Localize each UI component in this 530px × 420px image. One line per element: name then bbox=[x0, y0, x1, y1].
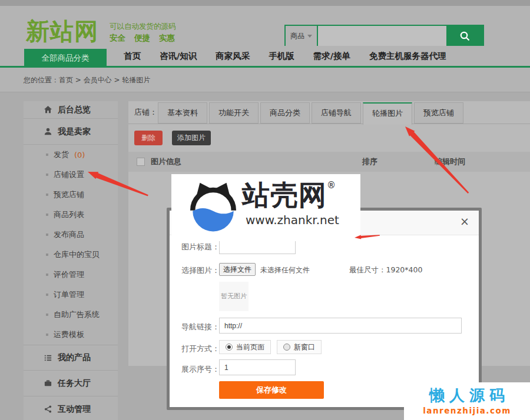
radio-option[interactable]: 当前页面 bbox=[219, 340, 271, 354]
sidebar-section-label: 任务大厅 bbox=[58, 378, 91, 389]
main-nav-items: 首页咨讯/知识商家风采手机版需求/接单免费主机服务器代理 bbox=[124, 46, 446, 66]
sidebar-item-label: 发货 bbox=[54, 149, 69, 160]
shop-tab[interactable]: 轮播图片 bbox=[363, 102, 412, 125]
nav-item[interactable]: 免费主机服务器代理 bbox=[369, 51, 446, 62]
sidebar-menu: 后台总览我是卖家发货(0)店铺设置预览店铺商品列表发布商品仓库中的宝贝评价管理订… bbox=[24, 101, 118, 420]
feature-label: 便捷 bbox=[134, 33, 150, 44]
feature-label: 实惠 bbox=[159, 33, 175, 44]
sidebar-item[interactable]: 评价管理 bbox=[24, 265, 118, 285]
radio-option-label: 新窗口 bbox=[294, 342, 315, 352]
sidebar-section[interactable]: 互动管理 bbox=[24, 396, 118, 420]
lanren-url: lanrenzhijia.com bbox=[404, 406, 530, 415]
shop-tab[interactable]: 预览店铺 bbox=[414, 102, 463, 124]
share-icon bbox=[44, 405, 52, 414]
sidebar-item[interactable]: 订单管理 bbox=[24, 285, 118, 305]
bullet-icon bbox=[46, 294, 48, 296]
no-file-text: 未选择任何文件 bbox=[260, 265, 310, 275]
sidebar-item[interactable]: 预览店铺 bbox=[24, 185, 118, 205]
site-features: 安全 便捷 实惠 bbox=[110, 33, 175, 44]
sidebar-section[interactable]: 任务大厅 bbox=[24, 371, 118, 396]
lanren-site-name: 懒人源码 bbox=[404, 385, 530, 406]
shop-tab[interactable]: 基本资料 bbox=[158, 102, 207, 124]
radio-icon bbox=[283, 344, 290, 351]
cat-logo-icon bbox=[186, 178, 241, 237]
nav-item[interactable]: 咨讯/知识 bbox=[160, 51, 197, 62]
image-title-input[interactable] bbox=[219, 240, 296, 254]
shop-tabs: 基本资料功能开关商品分类店铺导航轮播图片预览店铺 bbox=[158, 102, 463, 125]
sidebar-item[interactable]: 发货(0) bbox=[24, 145, 118, 165]
sidebar-item-label: 商品列表 bbox=[54, 209, 84, 220]
sidebar-item-label: 运费模板 bbox=[54, 329, 84, 340]
registered-mark: ® bbox=[327, 180, 336, 191]
sidebar-section[interactable]: 我的产品 bbox=[24, 345, 118, 371]
site-tagline: 可以自动发货的源码 bbox=[110, 22, 176, 32]
radio-option[interactable]: 新窗口 bbox=[277, 340, 322, 354]
radio-icon bbox=[226, 344, 233, 351]
sidebar-item-label: 发布商品 bbox=[54, 229, 84, 240]
select-all-checkbox[interactable] bbox=[137, 158, 145, 166]
radio-option-label: 当前页面 bbox=[236, 342, 264, 352]
nav-item[interactable]: 商家风采 bbox=[216, 51, 250, 62]
sidebar-item[interactable]: 店铺设置 bbox=[24, 165, 118, 185]
user-icon bbox=[44, 127, 52, 136]
display-order-label: 展示序号： bbox=[181, 364, 220, 375]
sidebar-section-label: 我是卖家 bbox=[58, 126, 91, 137]
no-image-placeholder: 暂无图片 bbox=[219, 282, 249, 311]
sidebar-item-label: 仓库中的宝贝 bbox=[54, 249, 100, 260]
sidebar-section-label: 后台总览 bbox=[58, 105, 91, 115]
nav-link-input[interactable] bbox=[219, 318, 462, 334]
choose-image-label: 选择图片： bbox=[181, 265, 220, 276]
zhankr-site-name: 站壳网® bbox=[242, 177, 336, 214]
search-category-dropdown[interactable]: 商品 bbox=[286, 26, 317, 46]
count-badge: (0) bbox=[74, 151, 85, 159]
feature-label: 安全 bbox=[110, 33, 125, 44]
shop-tab[interactable]: 商品分类 bbox=[260, 102, 310, 124]
sidebar-section-label: 我的产品 bbox=[58, 352, 91, 363]
list-icon bbox=[44, 354, 52, 362]
display-order-input[interactable] bbox=[219, 359, 296, 375]
close-icon[interactable]: × bbox=[460, 216, 469, 227]
search-bar: 商品 bbox=[284, 25, 484, 47]
sidebar-item-label: 店铺设置 bbox=[54, 169, 84, 180]
open-mode-label: 打开方式： bbox=[181, 344, 220, 354]
column-header-image-info: 图片信息 bbox=[151, 152, 181, 172]
table-header-row: 图片信息 排序 编辑时间 bbox=[128, 152, 530, 172]
lanren-watermark: 懒人源码 lanrenzhijia.com bbox=[404, 382, 530, 420]
shop-tab[interactable]: 功能开关 bbox=[209, 102, 259, 124]
site-header: 新站网 可以自动发货的源码 安全 便捷 实惠 商品 bbox=[0, 6, 530, 46]
nav-item[interactable]: 需求/接单 bbox=[313, 51, 350, 62]
shop-tab[interactable]: 店铺导航 bbox=[312, 102, 361, 124]
search-input[interactable] bbox=[318, 26, 446, 46]
bullet-icon bbox=[46, 174, 48, 176]
chevron-down-icon bbox=[307, 35, 312, 38]
bullet-icon bbox=[46, 254, 48, 256]
nav-item[interactable]: 首页 bbox=[124, 51, 141, 62]
site-logo[interactable]: 新站网 bbox=[26, 15, 98, 48]
main-nav: 全部商品分类 首页咨讯/知识商家风采手机版需求/接单免费主机服务器代理 bbox=[0, 46, 530, 68]
choose-file-button[interactable]: 选择文件 bbox=[219, 263, 256, 276]
search-button[interactable] bbox=[446, 26, 483, 46]
save-button[interactable]: 保存修改 bbox=[219, 381, 324, 399]
nav-link-label: 导航链接： bbox=[181, 322, 220, 332]
open-mode-options: 当前页面新窗口 bbox=[219, 340, 322, 354]
home-icon bbox=[44, 105, 52, 114]
delete-button[interactable]: 删除 bbox=[134, 131, 163, 145]
search-category-label: 商品 bbox=[290, 31, 304, 41]
sidebar-item[interactable]: 商品列表 bbox=[24, 205, 118, 225]
sidebar-section[interactable]: 后台总览 bbox=[24, 101, 118, 119]
all-categories-button[interactable]: 全部商品分类 bbox=[24, 49, 107, 68]
nav-item[interactable]: 手机版 bbox=[269, 51, 294, 62]
shop-label: 店铺： bbox=[134, 101, 157, 124]
sidebar-item[interactable]: 仓库中的宝贝 bbox=[24, 245, 118, 265]
column-header-sort: 排序 bbox=[362, 152, 377, 172]
sidebar-item[interactable]: 自助广告系统 bbox=[24, 305, 118, 325]
sidebar-section[interactable]: 我是卖家 bbox=[24, 119, 118, 145]
sidebar-item[interactable]: 发布商品 bbox=[24, 225, 118, 245]
shop-tabs-row: 店铺： 基本资料功能开关商品分类店铺导航轮播图片预览店铺 bbox=[128, 101, 530, 124]
bullet-icon bbox=[46, 154, 48, 156]
sidebar-item-label: 评价管理 bbox=[54, 269, 84, 280]
sidebar-item[interactable]: 运费模板 bbox=[24, 325, 118, 345]
add-image-button[interactable]: 添加图片 bbox=[172, 131, 211, 145]
column-header-edit-time: 编辑时间 bbox=[435, 152, 465, 172]
sidebar-section-label: 互动管理 bbox=[58, 404, 91, 415]
